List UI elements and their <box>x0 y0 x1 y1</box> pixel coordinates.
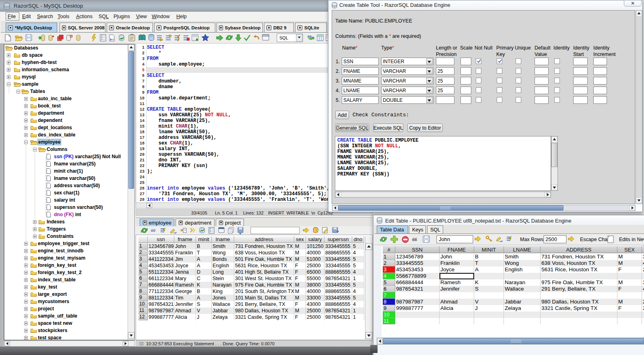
svg-text:': ' <box>608 235 609 240</box>
svg-text:John: John <box>439 236 450 242</box>
svg-text:Escape Char: Escape Char <box>580 237 609 242</box>
svg-text:Edits in New: Edits in New <box>619 237 644 242</box>
svg-text:SQL: SQL <box>279 35 288 40</box>
svg-text:66: 66 <box>151 228 156 233</box>
svg-text:66: 66 <box>412 237 417 242</box>
svg-text:2500: 2500 <box>545 236 557 242</box>
svg-text:Max Rows: Max Rows <box>520 237 543 242</box>
